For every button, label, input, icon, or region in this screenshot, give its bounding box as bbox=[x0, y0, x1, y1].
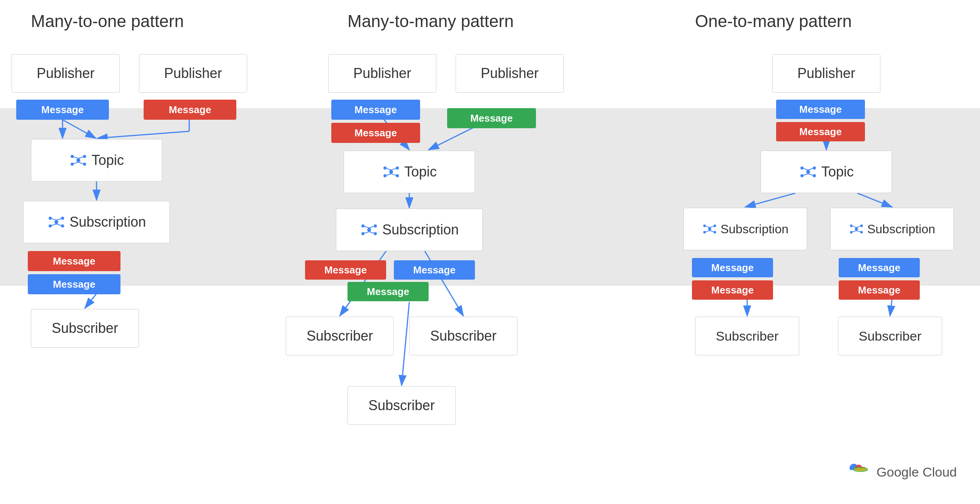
panel2-subscriber-right: Subscriber bbox=[409, 317, 517, 355]
panel3-right-msg-blue: Message bbox=[839, 258, 920, 277]
panel2-out-msg-green: Message bbox=[348, 282, 429, 301]
google-cloud-logo: Google Cloud bbox=[849, 463, 957, 481]
pubsub-icon2 bbox=[47, 213, 66, 231]
svg-line-69 bbox=[85, 294, 97, 308]
panel2-out-msg-red: Message bbox=[305, 260, 386, 280]
panel3-left-msg-blue: Message bbox=[692, 258, 773, 277]
panel2-title: Many-to-many pattern bbox=[348, 12, 514, 31]
panel1-out-msg-blue: Message bbox=[28, 274, 120, 294]
panel1-out-msg-red: Message bbox=[28, 251, 120, 271]
pubsub-icon6 bbox=[702, 221, 717, 237]
svg-point-82 bbox=[854, 468, 867, 472]
panel1-subscription: Subscription bbox=[23, 201, 170, 243]
svg-line-80 bbox=[890, 300, 892, 316]
panel1-publisher2: Publisher bbox=[139, 54, 247, 93]
pubsub-icon7 bbox=[849, 221, 864, 237]
svg-line-75 bbox=[402, 302, 409, 385]
panel1-msg-red: Message bbox=[144, 100, 236, 120]
panel3-title: One-to-many pattern bbox=[695, 12, 852, 31]
panel3-publisher: Publisher bbox=[772, 54, 880, 93]
panel1-publisher1: Publisher bbox=[12, 54, 120, 93]
panel3-left-msg-red: Message bbox=[692, 280, 773, 300]
diagram: Many-to-one pattern Publisher Publisher … bbox=[0, 0, 980, 504]
svg-point-0 bbox=[76, 158, 80, 162]
panel2-msg-red: Message bbox=[331, 123, 420, 143]
panel3-topic: Topic bbox=[761, 151, 892, 193]
panel3-subscriber-right: Subscriber bbox=[838, 317, 942, 355]
panel2-subscriber-left: Subscriber bbox=[286, 317, 394, 355]
panel2-out-msg-blue: Message bbox=[394, 260, 475, 280]
panel1-topic: Topic bbox=[31, 139, 162, 182]
svg-point-54 bbox=[855, 227, 858, 231]
panel3-msg-blue: Message bbox=[776, 100, 865, 119]
svg-point-27 bbox=[367, 228, 371, 232]
panel3-subscriber-left: Subscriber bbox=[695, 317, 799, 355]
google-cloud-text: Google Cloud bbox=[877, 465, 957, 480]
svg-point-9 bbox=[54, 220, 58, 224]
panel1-title: Many-to-one pattern bbox=[31, 12, 184, 31]
panel2-msg-blue: Message bbox=[331, 100, 420, 120]
pubsub-icon3 bbox=[382, 163, 400, 181]
google-cloud-icon bbox=[849, 463, 871, 481]
panel2-publisher2: Publisher bbox=[456, 54, 564, 93]
svg-point-18 bbox=[389, 170, 393, 174]
panel1-msg-blue: Message bbox=[16, 100, 109, 120]
pubsub-icon4 bbox=[360, 221, 378, 239]
panel3-subscription-right: Subscription bbox=[830, 208, 954, 250]
panel2-topic: Topic bbox=[344, 151, 475, 193]
panel3-subscription-left: Subscription bbox=[683, 208, 807, 250]
panel1-subscriber: Subscriber bbox=[31, 309, 139, 348]
svg-point-36 bbox=[806, 170, 810, 174]
panel2-publisher1: Publisher bbox=[328, 54, 436, 93]
panel2-subscription: Subscription bbox=[336, 209, 483, 251]
panel3-right-msg-red: Message bbox=[839, 280, 920, 300]
pubsub-icon5 bbox=[799, 163, 817, 181]
pubsub-icon bbox=[69, 151, 88, 170]
panel3-msg-red: Message bbox=[776, 122, 865, 141]
panel2-msg-green: Message bbox=[447, 108, 536, 128]
panel2-subscriber-center: Subscriber bbox=[348, 386, 456, 425]
svg-point-45 bbox=[708, 227, 711, 231]
